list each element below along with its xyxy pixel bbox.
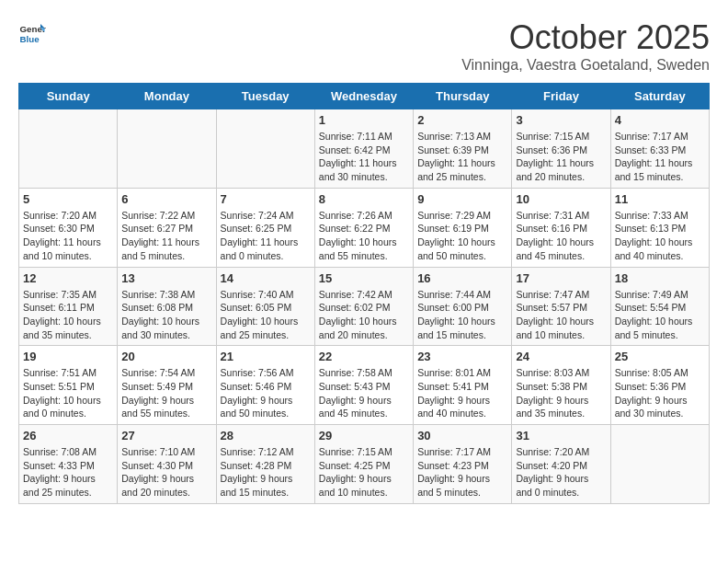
day-info: Sunrise: 7:26 AM Sunset: 6:22 PM Dayligh… — [319, 209, 409, 263]
day-number: 26 — [23, 429, 113, 442]
day-number: 3 — [516, 113, 606, 127]
day-number: 18 — [615, 271, 705, 285]
day-number: 9 — [417, 192, 507, 206]
calendar-cell — [610, 425, 709, 504]
day-number: 12 — [23, 271, 113, 285]
calendar-cell: 11Sunrise: 7:33 AM Sunset: 6:13 PM Dayli… — [610, 188, 709, 267]
svg-text:Blue: Blue — [20, 34, 40, 44]
day-number: 16 — [417, 271, 507, 285]
day-info: Sunrise: 7:13 AM Sunset: 6:39 PM Dayligh… — [417, 130, 507, 184]
day-info: Sunrise: 7:08 AM Sunset: 4:33 PM Dayligh… — [23, 445, 113, 500]
calendar-cell: 16Sunrise: 7:44 AM Sunset: 6:00 PM Dayli… — [414, 267, 512, 346]
calendar-cell: 10Sunrise: 7:31 AM Sunset: 6:16 PM Dayli… — [512, 188, 610, 267]
calendar-cell: 25Sunrise: 8:05 AM Sunset: 5:36 PM Dayli… — [610, 346, 709, 425]
day-number: 5 — [23, 192, 113, 206]
weekday-header-friday: Friday — [512, 84, 610, 109]
calendar-cell: 23Sunrise: 8:01 AM Sunset: 5:41 PM Dayli… — [414, 346, 512, 425]
weekday-header-thursday: Thursday — [414, 84, 512, 109]
calendar-cell — [216, 109, 314, 189]
day-number: 22 — [319, 350, 409, 363]
day-info: Sunrise: 7:17 AM Sunset: 4:23 PM Dayligh… — [417, 445, 507, 500]
day-info: Sunrise: 7:15 AM Sunset: 4:25 PM Dayligh… — [319, 445, 409, 500]
day-info: Sunrise: 7:17 AM Sunset: 6:33 PM Dayligh… — [615, 130, 705, 184]
calendar-cell: 5Sunrise: 7:20 AM Sunset: 6:30 PM Daylig… — [19, 188, 118, 267]
day-number: 13 — [121, 271, 211, 285]
calendar-cell: 24Sunrise: 8:03 AM Sunset: 5:38 PM Dayli… — [512, 346, 610, 425]
calendar-cell: 26Sunrise: 7:08 AM Sunset: 4:33 PM Dayli… — [19, 425, 118, 504]
calendar-cell: 12Sunrise: 7:35 AM Sunset: 6:11 PM Dayli… — [19, 267, 118, 346]
calendar-cell: 21Sunrise: 7:56 AM Sunset: 5:46 PM Dayli… — [216, 346, 314, 425]
day-info: Sunrise: 8:05 AM Sunset: 5:36 PM Dayligh… — [615, 366, 705, 420]
day-info: Sunrise: 8:03 AM Sunset: 5:38 PM Dayligh… — [516, 366, 606, 420]
location-title: Vinninga, Vaestra Goetaland, Sweden — [461, 57, 710, 74]
day-number: 8 — [319, 192, 409, 206]
calendar-cell: 30Sunrise: 7:17 AM Sunset: 4:23 PM Dayli… — [414, 425, 512, 504]
day-info: Sunrise: 8:01 AM Sunset: 5:41 PM Dayligh… — [417, 366, 507, 420]
calendar-cell: 6Sunrise: 7:22 AM Sunset: 6:27 PM Daylig… — [118, 188, 216, 267]
weekday-header-monday: Monday — [118, 84, 216, 109]
calendar-cell: 31Sunrise: 7:20 AM Sunset: 4:20 PM Dayli… — [512, 425, 610, 504]
day-info: Sunrise: 7:12 AM Sunset: 4:28 PM Dayligh… — [221, 445, 311, 500]
calendar-cell: 14Sunrise: 7:40 AM Sunset: 6:05 PM Dayli… — [216, 267, 314, 346]
day-info: Sunrise: 7:15 AM Sunset: 6:36 PM Dayligh… — [516, 130, 606, 184]
day-info: Sunrise: 7:35 AM Sunset: 6:11 PM Dayligh… — [23, 288, 113, 342]
day-number: 4 — [615, 113, 705, 127]
calendar-cell: 28Sunrise: 7:12 AM Sunset: 4:28 PM Dayli… — [216, 425, 314, 504]
day-info: Sunrise: 7:51 AM Sunset: 5:51 PM Dayligh… — [23, 366, 113, 420]
calendar-cell: 19Sunrise: 7:51 AM Sunset: 5:51 PM Dayli… — [19, 346, 118, 425]
week-row-3: 12Sunrise: 7:35 AM Sunset: 6:11 PM Dayli… — [19, 267, 710, 346]
day-number: 6 — [121, 192, 211, 206]
calendar-cell: 13Sunrise: 7:38 AM Sunset: 6:08 PM Dayli… — [118, 267, 216, 346]
day-info: Sunrise: 7:20 AM Sunset: 6:30 PM Dayligh… — [23, 209, 113, 263]
calendar-cell: 18Sunrise: 7:49 AM Sunset: 5:54 PM Dayli… — [610, 267, 709, 346]
day-info: Sunrise: 7:54 AM Sunset: 5:49 PM Dayligh… — [121, 366, 211, 420]
calendar-cell: 4Sunrise: 7:17 AM Sunset: 6:33 PM Daylig… — [610, 109, 709, 189]
day-number: 1 — [319, 113, 409, 127]
logo: General Blue — [18, 18, 46, 46]
calendar-cell: 2Sunrise: 7:13 AM Sunset: 6:39 PM Daylig… — [414, 109, 512, 189]
day-number: 11 — [615, 192, 705, 206]
day-number: 24 — [516, 350, 606, 363]
day-info: Sunrise: 7:58 AM Sunset: 5:43 PM Dayligh… — [319, 366, 409, 420]
day-number: 30 — [417, 429, 507, 442]
day-info: Sunrise: 7:20 AM Sunset: 4:20 PM Dayligh… — [516, 445, 606, 500]
month-title: October 2025 — [461, 18, 710, 57]
day-number: 20 — [121, 350, 211, 363]
day-info: Sunrise: 7:22 AM Sunset: 6:27 PM Dayligh… — [121, 209, 211, 263]
day-info: Sunrise: 7:49 AM Sunset: 5:54 PM Dayligh… — [615, 288, 705, 342]
day-number: 23 — [417, 350, 507, 363]
day-info: Sunrise: 7:24 AM Sunset: 6:25 PM Dayligh… — [221, 209, 311, 263]
day-number: 31 — [516, 429, 606, 442]
calendar-cell: 8Sunrise: 7:26 AM Sunset: 6:22 PM Daylig… — [314, 188, 413, 267]
calendar-cell — [19, 109, 118, 189]
calendar-cell: 3Sunrise: 7:15 AM Sunset: 6:36 PM Daylig… — [512, 109, 610, 189]
week-row-5: 26Sunrise: 7:08 AM Sunset: 4:33 PM Dayli… — [19, 425, 710, 504]
day-info: Sunrise: 7:56 AM Sunset: 5:46 PM Dayligh… — [221, 366, 311, 420]
week-row-2: 5Sunrise: 7:20 AM Sunset: 6:30 PM Daylig… — [19, 188, 710, 267]
day-number: 29 — [319, 429, 409, 442]
day-number: 10 — [516, 192, 606, 206]
day-info: Sunrise: 7:29 AM Sunset: 6:19 PM Dayligh… — [417, 209, 507, 263]
day-info: Sunrise: 7:11 AM Sunset: 6:42 PM Dayligh… — [319, 130, 409, 184]
calendar-cell: 27Sunrise: 7:10 AM Sunset: 4:30 PM Dayli… — [118, 425, 216, 504]
calendar-cell: 20Sunrise: 7:54 AM Sunset: 5:49 PM Dayli… — [118, 346, 216, 425]
logo-icon: General Blue — [18, 18, 46, 46]
calendar-cell — [118, 109, 216, 189]
week-row-4: 19Sunrise: 7:51 AM Sunset: 5:51 PM Dayli… — [19, 346, 710, 425]
day-number: 25 — [615, 350, 705, 363]
calendar-cell: 15Sunrise: 7:42 AM Sunset: 6:02 PM Dayli… — [314, 267, 413, 346]
day-info: Sunrise: 7:33 AM Sunset: 6:13 PM Dayligh… — [615, 209, 705, 263]
calendar-cell: 1Sunrise: 7:11 AM Sunset: 6:42 PM Daylig… — [314, 109, 413, 189]
weekday-header-wednesday: Wednesday — [314, 84, 413, 109]
day-info: Sunrise: 7:10 AM Sunset: 4:30 PM Dayligh… — [121, 445, 211, 500]
day-number: 27 — [121, 429, 211, 442]
weekday-header-saturday: Saturday — [610, 84, 709, 109]
calendar-cell: 7Sunrise: 7:24 AM Sunset: 6:25 PM Daylig… — [216, 188, 314, 267]
day-info: Sunrise: 7:40 AM Sunset: 6:05 PM Dayligh… — [221, 288, 311, 342]
title-area: October 2025 Vinninga, Vaestra Goetaland… — [461, 18, 710, 74]
day-number: 2 — [417, 113, 507, 127]
day-number: 28 — [221, 429, 311, 442]
weekday-header-tuesday: Tuesday — [216, 84, 314, 109]
day-number: 14 — [221, 271, 311, 285]
day-number: 17 — [516, 271, 606, 285]
